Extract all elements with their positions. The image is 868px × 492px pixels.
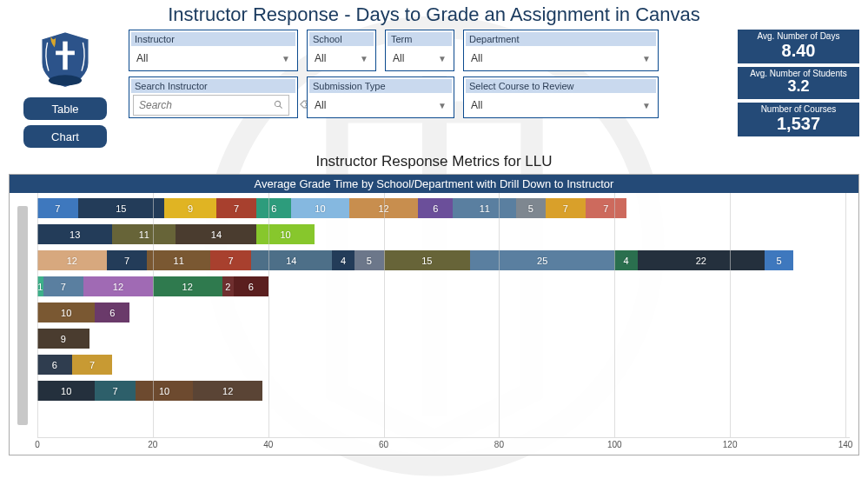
chevron-down-icon: ▼ bbox=[642, 101, 651, 110]
filter-search-instructor: Search Instructor bbox=[129, 76, 298, 118]
chart-bar[interactable]: 106 bbox=[37, 303, 850, 322]
bar-segment[interactable]: 2 bbox=[222, 276, 234, 296]
bar-segment[interactable]: 1 bbox=[37, 276, 43, 296]
x-axis-tick: 20 bbox=[148, 440, 157, 449]
bar-segment[interactable]: 11 bbox=[112, 224, 176, 244]
bar-segment[interactable]: 4 bbox=[332, 250, 355, 270]
stat-num-courses: Number of Courses 1,537 bbox=[738, 103, 859, 136]
filters: Instructor All▼ School All▼ Term All▼ De… bbox=[129, 30, 731, 118]
bar-segment[interactable]: 6 bbox=[256, 198, 291, 218]
bar-segment[interactable]: 7 bbox=[210, 250, 251, 270]
bar-segment[interactable]: 15 bbox=[384, 250, 471, 270]
bar-segment[interactable]: 11 bbox=[453, 198, 516, 218]
bar-segment[interactable]: 10 bbox=[136, 381, 193, 401]
x-axis-tick: 0 bbox=[35, 440, 40, 449]
chevron-down-icon: ▼ bbox=[642, 54, 651, 63]
chart-bar[interactable]: 17121226 bbox=[37, 276, 850, 296]
svg-point-5 bbox=[49, 75, 82, 85]
bar-segment[interactable]: 7 bbox=[43, 276, 84, 296]
x-axis-tick: 80 bbox=[494, 440, 504, 449]
stat-avg-students: Avg. Number of Students 3.2 bbox=[738, 67, 859, 99]
chart-bar[interactable]: 1071012 bbox=[37, 381, 850, 401]
bar-segment[interactable]: 10 bbox=[37, 303, 95, 322]
filter-course[interactable]: Select Course to Review All▼ bbox=[463, 76, 659, 118]
bar-segment[interactable]: 12 bbox=[153, 276, 222, 296]
chart-bar[interactable]: 13111410 bbox=[37, 224, 850, 244]
bar-segment[interactable]: 7 bbox=[37, 198, 78, 218]
svg-rect-3 bbox=[63, 42, 67, 70]
bar-segment[interactable]: 7 bbox=[216, 198, 257, 218]
table-button[interactable]: Table bbox=[23, 97, 107, 120]
chevron-down-icon: ▼ bbox=[282, 54, 290, 63]
chevron-down-icon: ▼ bbox=[360, 54, 368, 63]
x-axis-tick: 60 bbox=[379, 440, 388, 449]
chart-rows[interactable]: 7159761012611577131114101271171445152542… bbox=[36, 193, 858, 437]
chart-panel: Average Grade Time by School/Department … bbox=[9, 174, 859, 455]
x-axis-tick: 100 bbox=[607, 440, 622, 449]
chart-bar[interactable]: 127117144515254225 bbox=[37, 250, 850, 270]
x-axis: 020406080100120140 bbox=[37, 437, 850, 455]
bar-segment[interactable]: 12 bbox=[349, 198, 419, 218]
bar-segment[interactable]: 7 bbox=[546, 198, 586, 218]
bar-segment[interactable]: 25 bbox=[470, 250, 614, 270]
bar-segment[interactable]: 6 bbox=[37, 355, 72, 375]
bar-segment[interactable]: 7 bbox=[95, 381, 136, 401]
svg-rect-4 bbox=[56, 50, 75, 55]
bar-segment[interactable]: 4 bbox=[614, 250, 638, 270]
bar-segment[interactable]: 22 bbox=[638, 250, 765, 270]
bar-segment[interactable]: 13 bbox=[37, 224, 112, 244]
bar-segment[interactable]: 7 bbox=[586, 198, 626, 218]
bar-segment[interactable]: 10 bbox=[37, 381, 95, 401]
bar-segment[interactable]: 9 bbox=[164, 198, 216, 218]
chart-title: Average Grade Time by School/Department … bbox=[10, 175, 858, 193]
chart-bar[interactable]: 9 bbox=[37, 329, 850, 349]
search-icon[interactable] bbox=[274, 100, 283, 111]
page-title: Instructor Response - Days to Grade an A… bbox=[9, 3, 859, 26]
bar-segment[interactable]: 6 bbox=[95, 303, 129, 322]
chart-bar[interactable]: 67 bbox=[37, 355, 850, 375]
filter-department[interactable]: Department All▼ bbox=[463, 30, 659, 71]
bar-segment[interactable]: 7 bbox=[72, 355, 113, 375]
bar-segment[interactable]: 6 bbox=[418, 198, 453, 218]
search-input[interactable] bbox=[139, 99, 270, 111]
y-axis-placeholder bbox=[10, 193, 36, 437]
bar-segment[interactable]: 5 bbox=[516, 198, 545, 218]
bar-segment[interactable]: 10 bbox=[291, 198, 348, 218]
svg-point-6 bbox=[275, 101, 280, 106]
chart-bar[interactable]: 7159761012611577 bbox=[37, 198, 850, 218]
bar-segment[interactable]: 10 bbox=[256, 224, 314, 244]
bar-segment[interactable]: 14 bbox=[176, 224, 256, 244]
section-title: Instructor Response Metrics for LLU bbox=[9, 153, 859, 170]
bar-segment[interactable]: 12 bbox=[193, 381, 262, 401]
stat-cards: Avg. Number of Days 8.40 Avg. Number of … bbox=[738, 30, 859, 136]
x-axis-tick: 120 bbox=[723, 440, 738, 449]
stat-avg-days: Avg. Number of Days 8.40 bbox=[738, 30, 859, 63]
bar-segment[interactable]: 14 bbox=[251, 250, 332, 270]
left-nav: Table Chart bbox=[9, 30, 122, 148]
chart-button[interactable]: Chart bbox=[23, 125, 107, 148]
x-axis-tick: 140 bbox=[838, 440, 853, 449]
bar-segment[interactable]: 12 bbox=[83, 276, 153, 296]
bar-segment[interactable]: 5 bbox=[354, 250, 383, 270]
bar-segment[interactable]: 9 bbox=[37, 329, 89, 349]
filter-submission-type[interactable]: Submission Type All▼ bbox=[307, 76, 454, 118]
bar-segment[interactable]: 7 bbox=[107, 250, 148, 270]
filter-school[interactable]: School All▼ bbox=[307, 30, 376, 71]
bar-segment[interactable]: 15 bbox=[78, 198, 165, 218]
svg-line-7 bbox=[280, 105, 282, 108]
school-emblem bbox=[36, 30, 95, 92]
chevron-down-icon: ▼ bbox=[438, 101, 447, 110]
x-axis-tick: 40 bbox=[263, 440, 273, 449]
bar-segment[interactable]: 6 bbox=[234, 276, 268, 296]
chevron-down-icon: ▼ bbox=[438, 54, 447, 63]
filter-instructor[interactable]: Instructor All▼ bbox=[129, 30, 298, 71]
bar-segment[interactable]: 12 bbox=[37, 250, 107, 270]
bar-segment[interactable]: 5 bbox=[765, 250, 793, 270]
bar-segment[interactable]: 11 bbox=[147, 250, 210, 270]
filter-label: Instructor bbox=[131, 32, 295, 46]
filter-term[interactable]: Term All▼ bbox=[385, 30, 454, 71]
